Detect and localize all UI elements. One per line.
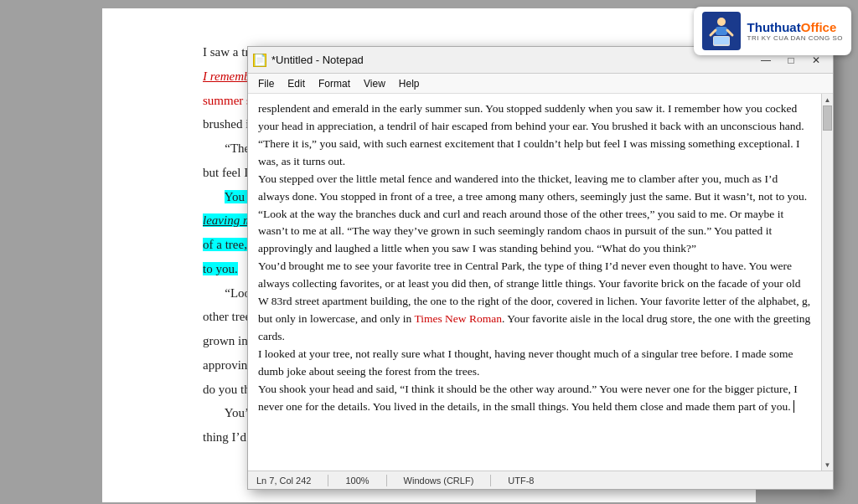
notepad-line-7: You shook your head and said, “I think i… (258, 381, 811, 416)
notepad-window: *Untitled - Notepad — □ ✕ File Edit Form… (247, 46, 834, 490)
logo-brand-blue: Thuthuat (747, 20, 801, 34)
menu-format[interactable]: Format (312, 76, 357, 91)
scroll-up-arrow[interactable]: ▲ (822, 94, 834, 105)
status-sep-1 (328, 475, 328, 486)
status-ln-col: Ln 7, Col 242 (256, 476, 311, 486)
logo-tagline: TRI KY CUA DAN CONG SO (747, 34, 843, 42)
notepad-app-icon (253, 54, 266, 67)
notepad-line-5: You’d brought me to see your favorite tr… (258, 258, 811, 346)
svg-point-1 (717, 18, 726, 26)
status-sep-3 (490, 475, 491, 486)
status-bar: Ln 7, Col 242 100% Windows (CRLF) UTF-8 (248, 471, 833, 489)
status-line-endings: Windows (CRLF) (404, 476, 474, 486)
status-zoom: 100% (345, 476, 369, 486)
menu-file[interactable]: File (251, 76, 281, 91)
notepad-line-6: I looked at your tree, not really sure w… (258, 346, 811, 381)
notepad-textarea[interactable]: resplendent and emerald in the early sum… (248, 94, 821, 471)
notepad-title: *Untitled - Notepad (271, 54, 364, 66)
notepad-content-area: resplendent and emerald in the early sum… (248, 94, 833, 471)
scroll-down-arrow[interactable]: ▼ (822, 459, 834, 471)
logo-area: ThuthuatOffice TRI KY CUA DAN CONG SO (694, 7, 851, 55)
menu-edit[interactable]: Edit (281, 76, 312, 91)
status-sep-2 (386, 475, 387, 486)
notepad-line-1: resplendent and emerald in the early sum… (258, 100, 811, 136)
scroll-track[interactable] (822, 105, 833, 459)
logo-brand: ThuthuatOffice (747, 20, 843, 34)
svg-rect-2 (716, 27, 727, 35)
logo-text-area: ThuthuatOffice TRI KY CUA DAN CONG SO (747, 20, 843, 42)
scroll-thumb[interactable] (823, 105, 832, 131)
notepad-line-2: “There it is,” you said, with such earne… (258, 136, 811, 171)
title-bar-left: *Untitled - Notepad (253, 54, 364, 67)
notepad-scrollbar[interactable]: ▲ ▼ (821, 94, 833, 471)
status-encoding: UTF-8 (508, 476, 534, 486)
menu-bar: File Edit Format View Help (248, 74, 833, 94)
logo-brand-orange: Office (801, 20, 837, 34)
menu-view[interactable]: View (357, 76, 392, 91)
menu-help[interactable]: Help (392, 76, 426, 91)
svg-rect-4 (714, 37, 729, 44)
notepad-line-4: “Look at the way the branches duck and c… (258, 206, 811, 259)
logo-icon (702, 12, 741, 50)
notepad-line-3: You stepped over the little metal fence … (258, 171, 811, 206)
